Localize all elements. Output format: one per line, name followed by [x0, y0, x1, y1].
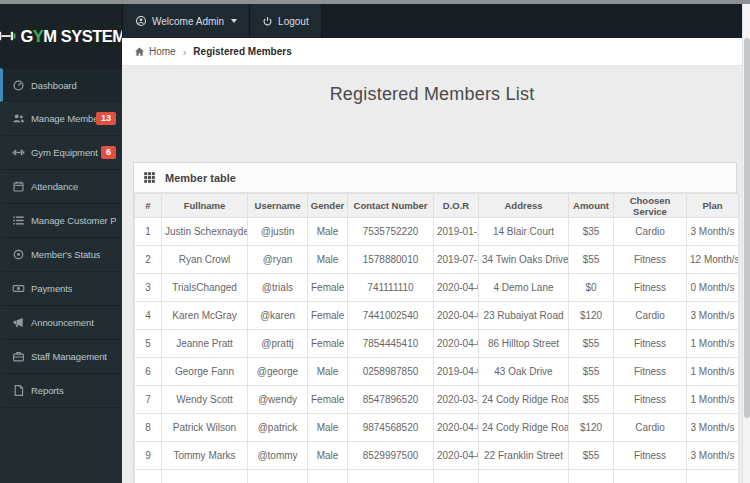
member-table-box-header: Member table — [134, 163, 736, 193]
logo-text: GYM SYSTEM — [20, 27, 125, 46]
sidebar-item-announcement[interactable]: Announcement — [0, 306, 122, 340]
table-cell: $0 — [569, 274, 614, 302]
breadcrumb-home-link[interactable]: Home — [134, 46, 176, 57]
column-header: # — [135, 194, 162, 218]
members-count-badge: 13 — [96, 112, 116, 125]
table-cell: Ryan Crowl — [162, 246, 248, 274]
users-icon — [11, 112, 25, 126]
sidebar-item-label: Staff Management — [31, 351, 107, 362]
caret-down-icon — [231, 19, 237, 23]
table-cell: 8 — [135, 414, 162, 442]
logout-button[interactable]: Logout — [250, 4, 322, 38]
table-row: 5Jeanne Pratt@prattjFemale78544454102020… — [135, 330, 739, 358]
table-cell: @wendy — [248, 386, 308, 414]
table-cell: Male — [308, 218, 348, 246]
table-cell: @prattj — [248, 330, 308, 358]
scrollbar-thumb[interactable] — [744, 38, 750, 418]
table-cell: 3 Month/s — [687, 414, 739, 442]
table-cell — [434, 470, 479, 483]
sidebar-item-attendance[interactable]: Attendance — [0, 170, 122, 204]
column-header: Fullname — [162, 194, 248, 218]
sidebar-item-manage-customer-progress[interactable]: Manage Customer Progress — [0, 204, 122, 238]
table-row: 7Wendy Scott@wendyFemale85478965202020-0… — [135, 386, 739, 414]
column-header: Address — [479, 194, 569, 218]
calendar-icon — [11, 180, 25, 194]
table-cell: 2019-07-13 — [434, 246, 479, 274]
table-cell: Fitness — [614, 386, 687, 414]
table-cell: 741111110 — [348, 274, 434, 302]
table-cell: 1 — [135, 218, 162, 246]
table-cell: 23 Rubaiyat Road — [479, 302, 569, 330]
table-row: 6George Fann@georgeMale02589878502019-04… — [135, 358, 739, 386]
table-row: 4Karen McGray@karenFemale74410025402020-… — [135, 302, 739, 330]
table-cell: 22 Franklin Street — [479, 442, 569, 470]
table-cell: 3 Month/s — [687, 442, 739, 470]
table-cell: Female — [308, 274, 348, 302]
top-navbar: Welcome Admin Logout — [122, 4, 742, 38]
sidebar-item-manage-members[interactable]: Manage Members 13 — [0, 102, 122, 136]
sidebar-item-label: Manage Customer Progress — [31, 215, 116, 226]
table-cell: 1578880010 — [348, 246, 434, 274]
sidebar-item-label: Announcement — [31, 317, 94, 328]
sidebar-nav: Dashboard Manage Members 13 Gym Equipmen… — [0, 68, 122, 483]
table-cell: 9874568520 — [348, 414, 434, 442]
table-cell: 2019-01-25 — [434, 218, 479, 246]
table-cell: 2020-04-02 — [434, 414, 479, 442]
table-cell: Wendy Scott — [162, 386, 248, 414]
sidebar-item-gym-equipment[interactable]: Gym Equipment 6 — [0, 136, 122, 170]
column-header: Choosen Service — [614, 194, 687, 218]
table-cell — [248, 470, 308, 483]
table-cell: Cardio — [614, 414, 687, 442]
table-cell: 4 Demo Lane — [479, 274, 569, 302]
table-cell: 2020-04-01 — [434, 274, 479, 302]
sidebar-item-staff-management[interactable]: Staff Management — [0, 340, 122, 374]
table-cell: $55 — [569, 358, 614, 386]
table-cell: @trials — [248, 274, 308, 302]
table-cell: 1 Month/s — [687, 358, 739, 386]
sidebar-item-members-status[interactable]: Member's Status — [0, 238, 122, 272]
sidebar-item-reports[interactable]: Reports — [0, 374, 122, 408]
table-cell: 24 Cody Ridge Road — [479, 386, 569, 414]
table-cell: Patrick Wilson — [162, 414, 248, 442]
table-cell: Karen McGray — [162, 302, 248, 330]
column-header: D.O.R — [434, 194, 479, 218]
member-table-box: Member table # Fullname Username Gender … — [133, 162, 737, 483]
table-cell: Male — [308, 246, 348, 274]
task-list-icon — [11, 214, 25, 228]
user-menu-label: Welcome Admin — [152, 16, 224, 27]
sidebar-item-label: Dashboard — [31, 80, 77, 91]
table-cell: 1 Month/s — [687, 330, 739, 358]
user-menu-button[interactable]: Welcome Admin — [122, 4, 250, 38]
table-row: 9Tommy Marks@tommyMale85299975002020-04-… — [135, 442, 739, 470]
power-icon — [262, 16, 273, 27]
table-cell: 2020-04-04 — [434, 330, 479, 358]
table-cell: @justin — [248, 218, 308, 246]
briefcase-icon — [11, 350, 25, 364]
dumbbell-icon — [11, 146, 25, 160]
app-logo[interactable]: GYM SYSTEM — [0, 4, 122, 68]
column-header: Plan — [687, 194, 739, 218]
table-cell: 7535752220 — [348, 218, 434, 246]
table-grid-icon — [143, 171, 156, 184]
breadcrumb-separator: › — [183, 46, 187, 58]
table-cell: $120 — [569, 302, 614, 330]
table-header-row: # Fullname Username Gender Contact Numbe… — [135, 194, 739, 218]
table-cell: $55 — [569, 386, 614, 414]
table-cell: Fitness — [614, 246, 687, 274]
breadcrumb-home-label: Home — [149, 46, 176, 57]
sidebar-item-label: Gym Equipment — [31, 147, 98, 158]
table-cell: 3 Month/s — [687, 302, 739, 330]
table-cell: Male — [308, 414, 348, 442]
main-content: Home › Registered Members Registered Mem… — [122, 38, 742, 483]
sidebar-item-dashboard[interactable]: Dashboard — [0, 68, 122, 102]
table-cell — [614, 470, 687, 483]
table-cell: 3 — [135, 274, 162, 302]
vertical-scrollbar[interactable] — [742, 4, 750, 483]
sidebar-item-payments[interactable]: Payments — [0, 272, 122, 306]
sidebar-item-label: Payments — [31, 283, 72, 294]
table-row-partial — [135, 470, 739, 483]
table-cell: Fitness — [614, 274, 687, 302]
table-cell: Fitness — [614, 330, 687, 358]
logout-label: Logout — [278, 16, 309, 27]
table-cell: 14 Blair Court — [479, 218, 569, 246]
